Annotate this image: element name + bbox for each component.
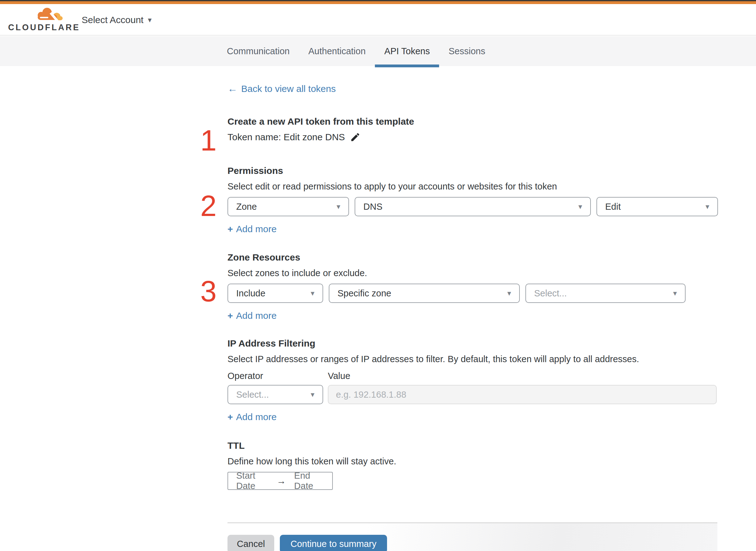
footer-shade	[366, 523, 717, 551]
account-selector-label: Select Account	[82, 15, 143, 25]
ip-operator-dropdown[interactable]: Select... ▾	[227, 385, 323, 404]
chevron-down-icon: ▾	[336, 202, 340, 211]
plus-icon: +	[227, 412, 233, 422]
tab-authentication[interactable]: Authentication	[299, 36, 375, 66]
step-number-3: 3	[168, 277, 216, 306]
tab-sessions[interactable]: Sessions	[439, 36, 495, 66]
ttl-date-range-picker[interactable]: Start Date → End Date	[227, 472, 333, 490]
end-date-label: End Date	[294, 471, 324, 491]
back-link-label: Back to view all tokens	[241, 83, 335, 94]
section-zone-resources: Zone Resources Select zones to include o…	[227, 251, 718, 321]
permission-level-dropdown[interactable]: Edit ▾	[597, 197, 718, 216]
zone-resources-add-more-link[interactable]: + Add more	[227, 311, 277, 321]
zone-resources-title: Zone Resources	[227, 251, 718, 263]
chevron-down-icon: ▾	[311, 289, 314, 298]
zone-resources-description: Select zones to include or exclude.	[227, 267, 718, 279]
operator-label: Operator	[227, 371, 328, 381]
tab-label: API Tokens	[384, 46, 430, 56]
chevron-down-icon: ▾	[507, 289, 511, 298]
step-number-2: 2	[168, 191, 216, 221]
chevron-down-icon: ▾	[148, 16, 151, 24]
permission-scope-dropdown[interactable]: Zone ▾	[227, 197, 349, 216]
chevron-down-icon: ▾	[673, 289, 677, 298]
ip-filtering-title: IP Address Filtering	[227, 337, 718, 350]
zone-include-dropdown[interactable]: Include ▾	[227, 284, 323, 303]
cloudflare-cloud-icon	[32, 7, 64, 21]
create-token-title: Create a new API token from this templat…	[227, 115, 718, 128]
zone-select-dropdown[interactable]: Select... ▾	[525, 284, 686, 303]
tab-label: Sessions	[449, 46, 485, 56]
continue-to-summary-button[interactable]: Continue to summary	[280, 535, 387, 551]
plus-icon: +	[227, 224, 233, 234]
dropdown-value: Include	[236, 288, 265, 299]
tab-bar: Communication Authentication API Tokens …	[0, 36, 756, 66]
tab-label: Communication	[227, 46, 289, 56]
section-ttl: TTL Define how long this token will stay…	[227, 439, 718, 490]
chevron-down-icon: ▾	[311, 390, 314, 399]
step-number-1: 1	[168, 126, 216, 155]
plus-icon: +	[227, 311, 233, 321]
permissions-add-more-link[interactable]: + Add more	[227, 224, 277, 234]
permissions-description: Select edit or read permissions to apply…	[227, 180, 718, 192]
tab-api-tokens[interactable]: API Tokens	[375, 36, 439, 66]
dropdown-placeholder: Select...	[236, 390, 269, 400]
dropdown-value: DNS	[363, 202, 383, 212]
token-name-text: Token name: Edit zone DNS	[227, 131, 345, 143]
section-create-token: Create a new API token from this templat…	[227, 115, 718, 143]
chevron-down-icon: ▾	[578, 202, 582, 211]
cloudflare-logo: CLOUDFLARE	[8, 7, 67, 33]
cloudflare-wordmark: CLOUDFLARE	[8, 23, 80, 32]
start-date-label: Start Date	[236, 471, 269, 491]
zone-kind-dropdown[interactable]: Specific zone ▾	[329, 284, 520, 303]
edit-pencil-icon[interactable]	[350, 132, 360, 142]
ttl-description: Define how long this token will stay act…	[227, 455, 718, 468]
tab-label: Authentication	[308, 46, 365, 56]
chevron-down-icon: ▾	[706, 202, 709, 211]
ip-filtering-description: Select IP addresses or ranges of IP addr…	[227, 353, 718, 365]
footer-actions: Cancel Continue to summary	[227, 535, 387, 551]
dropdown-placeholder: Select...	[534, 288, 567, 299]
back-to-tokens-link[interactable]: ← Back to view all tokens	[227, 83, 335, 94]
right-arrow-icon: →	[277, 476, 286, 486]
back-arrow-icon: ←	[227, 83, 237, 94]
add-more-label: Add more	[236, 311, 277, 321]
dropdown-value: Zone	[236, 202, 257, 212]
section-ip-filtering: IP Address Filtering Select IP addresses…	[227, 337, 718, 422]
api-token-template-page: CLOUDFLARE Select Account ▾ Communicatio…	[0, 0, 756, 551]
account-selector[interactable]: Select Account ▾	[82, 4, 152, 36]
site-header: CLOUDFLARE Select Account ▾	[0, 4, 756, 36]
ttl-title: TTL	[227, 439, 718, 452]
ip-filtering-add-more-link[interactable]: + Add more	[227, 412, 277, 422]
cancel-button[interactable]: Cancel	[227, 535, 274, 551]
tab-communication[interactable]: Communication	[217, 36, 299, 66]
value-label: Value	[328, 371, 350, 381]
section-permissions: Permissions Select edit or read permissi…	[227, 164, 718, 234]
ip-value-input[interactable]	[328, 385, 717, 404]
add-more-label: Add more	[236, 224, 277, 234]
top-accent-strip	[0, 1, 756, 4]
permission-group-dropdown[interactable]: DNS ▾	[354, 197, 591, 216]
add-more-label: Add more	[236, 412, 277, 422]
permissions-title: Permissions	[227, 164, 718, 177]
dropdown-value: Edit	[605, 202, 621, 212]
dropdown-value: Specific zone	[337, 288, 392, 299]
